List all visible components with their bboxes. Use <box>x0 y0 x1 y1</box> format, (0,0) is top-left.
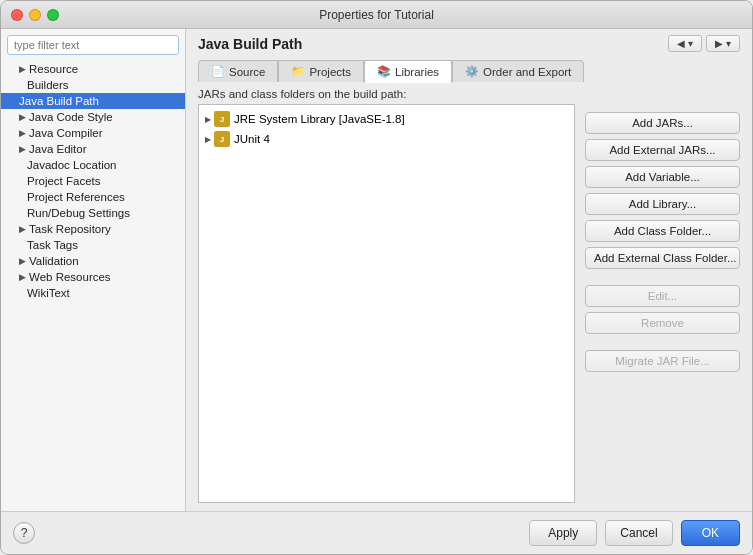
apply-button[interactable]: Apply <box>529 520 597 546</box>
sidebar-item-java-code-style[interactable]: ▶ Java Code Style <box>1 109 185 125</box>
sidebar-item-java-editor[interactable]: ▶ Java Editor <box>1 141 185 157</box>
expand-jre-icon: ▶ <box>205 115 211 124</box>
sidebar-list: ▶ Resource Builders Java Build Path ▶ Ja… <box>1 61 185 511</box>
sidebar-item-java-compiler[interactable]: ▶ Java Compiler <box>1 125 185 141</box>
build-path-label: JARs and class folders on the build path… <box>198 82 575 104</box>
sidebar-item-web-resources[interactable]: ▶ Web Resources <box>1 269 185 285</box>
tab-order-export[interactable]: ⚙️ Order and Export <box>452 60 584 82</box>
right-buttons: Add JARs... Add External JARs... Add Var… <box>585 82 740 503</box>
libraries-tab-icon: 📚 <box>377 65 391 78</box>
close-button[interactable] <box>11 9 23 21</box>
tab-source[interactable]: 📄 Source <box>198 60 278 82</box>
title-bar: Properties for Tutorial <box>1 1 752 29</box>
bottom-right: Apply Cancel OK <box>529 520 740 546</box>
help-button[interactable]: ? <box>13 522 35 544</box>
sidebar-item-project-facets[interactable]: Project Facets <box>1 173 185 189</box>
order-export-tab-icon: ⚙️ <box>465 65 479 78</box>
content-area: JARs and class folders on the build path… <box>186 82 752 511</box>
triangle-icon: ▶ <box>19 112 26 122</box>
sidebar: ▶ Resource Builders Java Build Path ▶ Ja… <box>1 29 186 511</box>
remove-button[interactable]: Remove <box>585 312 740 334</box>
sidebar-item-builders[interactable]: Builders <box>1 77 185 93</box>
source-tab-icon: 📄 <box>211 65 225 78</box>
add-library-button[interactable]: Add Library... <box>585 193 740 215</box>
sidebar-item-task-tags[interactable]: Task Tags <box>1 237 185 253</box>
list-item-jre[interactable]: ▶ J JRE System Library [JavaSE-1.8] <box>203 109 570 129</box>
sidebar-item-run-debug[interactable]: Run/Debug Settings <box>1 205 185 221</box>
maximize-button[interactable] <box>47 9 59 21</box>
build-path-list[interactable]: ▶ J JRE System Library [JavaSE-1.8] ▶ J … <box>198 104 575 503</box>
main-content: ▶ Resource Builders Java Build Path ▶ Ja… <box>1 29 752 511</box>
add-external-jars-button[interactable]: Add External JARs... <box>585 139 740 161</box>
jar-icon: J <box>214 111 230 127</box>
projects-tab-icon: 📁 <box>291 65 305 78</box>
add-variable-button[interactable]: Add Variable... <box>585 166 740 188</box>
cancel-button[interactable]: Cancel <box>605 520 672 546</box>
triangle-icon: ▶ <box>19 144 26 154</box>
sidebar-item-wikitext[interactable]: WikiText <box>1 285 185 301</box>
tabs-bar: 📄 Source 📁 Projects 📚 Libraries ⚙️ Order… <box>186 54 752 82</box>
add-external-class-folder-button[interactable]: Add External Class Folder... <box>585 247 740 269</box>
migrate-jar-button[interactable]: Migrate JAR File... <box>585 350 740 372</box>
expand-junit-icon: ▶ <box>205 135 211 144</box>
back-button[interactable]: ◀ ▾ <box>668 35 702 52</box>
tab-projects[interactable]: 📁 Projects <box>278 60 364 82</box>
sidebar-item-javadoc-location[interactable]: Javadoc Location <box>1 157 185 173</box>
bottom-bar: ? Apply Cancel OK <box>1 511 752 554</box>
triangle-icon: ▶ <box>19 256 26 266</box>
forward-button[interactable]: ▶ ▾ <box>706 35 740 52</box>
triangle-icon: ▶ <box>19 64 26 74</box>
sidebar-item-resource[interactable]: ▶ Resource <box>1 61 185 77</box>
window-title: Properties for Tutorial <box>319 8 434 22</box>
sidebar-item-task-repository[interactable]: ▶ Task Repository <box>1 221 185 237</box>
add-class-folder-button[interactable]: Add Class Folder... <box>585 220 740 242</box>
sidebar-item-java-build-path[interactable]: Java Build Path <box>1 93 185 109</box>
tab-libraries[interactable]: 📚 Libraries <box>364 60 452 83</box>
nav-arrows: ◀ ▾ ▶ ▾ <box>668 35 740 52</box>
sidebar-item-validation[interactable]: ▶ Validation <box>1 253 185 269</box>
triangle-icon: ▶ <box>19 224 26 234</box>
ok-button[interactable]: OK <box>681 520 740 546</box>
sidebar-item-project-references[interactable]: Project References <box>1 189 185 205</box>
jar-icon: J <box>214 131 230 147</box>
add-jars-button[interactable]: Add JARs... <box>585 112 740 134</box>
build-path-panel: JARs and class folders on the build path… <box>198 82 575 503</box>
list-item-junit4[interactable]: ▶ J JUnit 4 <box>203 129 570 149</box>
triangle-icon: ▶ <box>19 128 26 138</box>
right-panel: Java Build Path ◀ ▾ ▶ ▾ 📄 Source 📁 Proje… <box>186 29 752 511</box>
edit-button[interactable]: Edit... <box>585 285 740 307</box>
bottom-left: ? <box>13 522 35 544</box>
minimize-button[interactable] <box>29 9 41 21</box>
panel-title: Java Build Path <box>198 36 302 52</box>
filter-input[interactable] <box>7 35 179 55</box>
triangle-icon: ▶ <box>19 272 26 282</box>
window-controls <box>11 9 59 21</box>
